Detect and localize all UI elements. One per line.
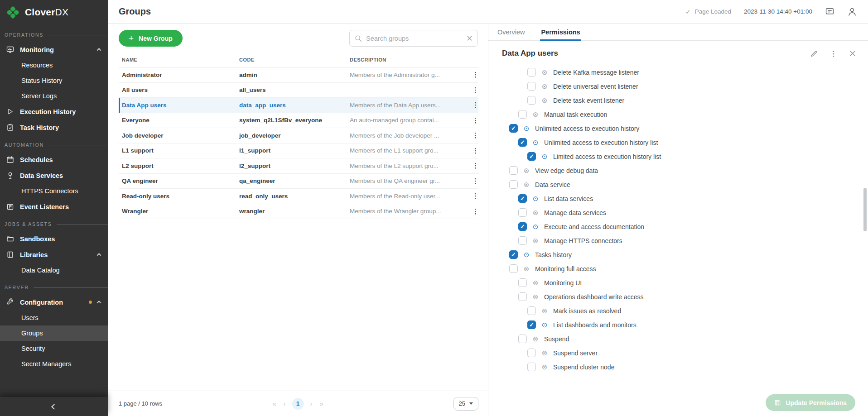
row-menu-icon[interactable] <box>463 101 478 109</box>
first-page-icon[interactable] <box>271 400 277 407</box>
search-input[interactable] <box>366 35 463 42</box>
permission-checkbox[interactable] <box>527 68 536 77</box>
permission-checkbox[interactable] <box>509 124 518 133</box>
sidebar-item[interactable]: Server Logs <box>0 88 108 104</box>
sidebar-item[interactable]: Groups <box>0 325 108 341</box>
tab[interactable]: Permissions <box>541 24 580 40</box>
permission-label: Execute and access documentation <box>544 223 644 230</box>
permission-checkbox[interactable] <box>518 236 527 245</box>
permission-checkbox[interactable] <box>518 194 527 203</box>
sidebar-collapse-button[interactable] <box>0 397 108 416</box>
permission-row: Manage data services <box>509 206 868 220</box>
permission-checkbox[interactable] <box>509 166 518 175</box>
sidebar-item[interactable]: Secret Managers <box>0 356 108 372</box>
sidebar-item[interactable]: Libraries <box>0 247 108 263</box>
sidebar-item[interactable]: Execution History <box>0 104 108 120</box>
group-description: Members of the Job developer ... <box>350 132 463 139</box>
next-page-icon[interactable] <box>309 400 313 407</box>
table-row[interactable]: Everyone system_q2L1SfBv_everyone An aut… <box>119 113 478 129</box>
permission-checkbox[interactable] <box>518 208 527 217</box>
table-row[interactable]: Read-only users read_only_users Members … <box>119 189 478 204</box>
table-row[interactable]: Administrator admin Members of the Admin… <box>119 67 478 83</box>
sidebar-item[interactable]: Security <box>0 341 108 356</box>
permission-state-icon <box>540 307 549 314</box>
page-size-select[interactable]: 25 <box>453 397 478 411</box>
table-row[interactable]: Job developer job_developer Members of t… <box>119 128 478 143</box>
permission-checkbox[interactable] <box>527 349 536 357</box>
permission-label: List data services <box>544 195 593 202</box>
permission-checkbox[interactable] <box>518 138 527 147</box>
row-menu-icon[interactable] <box>463 131 478 139</box>
table-header-row: NAME CODE DESCRIPTION <box>119 53 478 67</box>
groups-table: NAME CODE DESCRIPTION Administrator admi… <box>108 53 488 391</box>
sidebar-item[interactable]: Monitoring <box>0 42 108 57</box>
sidebar-item[interactable]: Event Listeners <box>0 199 108 215</box>
clear-search-button[interactable] <box>467 35 473 41</box>
sidebar-item[interactable]: Data Catalog <box>0 263 108 278</box>
permission-label: Manage HTTPS connectors <box>544 237 622 244</box>
table-row[interactable]: L1 support l1_support Members of the L1 … <box>119 143 478 159</box>
permission-label: Delete task event listener <box>553 97 624 104</box>
permission-checkbox[interactable] <box>527 82 536 91</box>
permission-checkbox[interactable] <box>509 264 518 273</box>
row-menu-icon[interactable] <box>463 71 478 79</box>
permission-checkbox[interactable] <box>518 335 527 343</box>
check-icon <box>685 8 691 15</box>
sidebar-item-label: Event Listeners <box>20 203 69 210</box>
sidebar-item-icon <box>6 172 14 179</box>
sidebar-item[interactable]: Schedules <box>0 152 108 167</box>
prev-page-icon[interactable] <box>283 400 287 407</box>
user-menu-button[interactable] <box>847 7 857 17</box>
new-group-button[interactable]: New Group <box>119 30 183 47</box>
detail-menu-icon[interactable] <box>830 49 837 58</box>
row-menu-icon[interactable] <box>463 162 478 170</box>
permission-checkbox[interactable] <box>509 250 518 259</box>
table-row[interactable]: QA engineer qa_engineer Members of the Q… <box>119 174 478 189</box>
permission-checkbox[interactable] <box>527 363 536 371</box>
row-menu-icon[interactable] <box>463 177 478 185</box>
permission-row: List dashboards and monitors <box>509 318 868 332</box>
close-icon[interactable] <box>849 50 856 57</box>
edit-icon[interactable] <box>810 50 818 57</box>
permission-row: Execute and access documentation <box>509 220 868 234</box>
sidebar-item[interactable]: Users <box>0 310 108 325</box>
sidebar-item[interactable]: Task History <box>0 120 108 135</box>
permission-checkbox[interactable] <box>518 278 527 287</box>
app-logo[interactable]: CloverDX <box>0 0 108 24</box>
sidebar-item[interactable]: Sandboxes <box>0 231 108 247</box>
sidebar-item[interactable]: Resources <box>0 57 108 73</box>
sidebar-item[interactable]: HTTPS Connectors <box>0 183 108 199</box>
permission-checkbox[interactable] <box>527 306 536 315</box>
permission-checkbox[interactable] <box>518 110 527 119</box>
permission-checkbox[interactable] <box>518 222 527 231</box>
scrollbar-thumb[interactable] <box>863 188 867 231</box>
row-menu-icon[interactable] <box>463 86 478 94</box>
row-menu-icon[interactable] <box>463 207 478 215</box>
permission-checkbox[interactable] <box>527 320 536 329</box>
permission-checkbox[interactable] <box>509 180 518 189</box>
comment-icon <box>825 7 834 16</box>
feedback-button[interactable] <box>825 7 834 16</box>
permission-checkbox[interactable] <box>518 292 527 301</box>
last-page-icon[interactable] <box>319 400 324 407</box>
update-permissions-button[interactable]: Update Permissions <box>766 394 855 411</box>
permission-checkbox[interactable] <box>527 152 536 161</box>
table-row[interactable]: L2 support l2_support Members of the L2 … <box>119 158 478 174</box>
table-row[interactable]: Data App users data_app_users Members of… <box>119 98 478 113</box>
sidebar-item-label: Secret Managers <box>21 360 71 368</box>
table-row[interactable]: Wrangler wrangler Members of the Wrangle… <box>119 204 478 220</box>
sidebar-item-label: Server Logs <box>21 92 57 100</box>
sidebar-item[interactable]: Data Services <box>0 167 108 183</box>
status-indicator: Page Loaded <box>685 8 731 15</box>
row-menu-icon[interactable] <box>463 116 478 124</box>
permission-state-icon <box>531 335 540 342</box>
table-row[interactable]: All users all_users <box>119 83 478 98</box>
sidebar-item[interactable]: Status History <box>0 73 108 88</box>
permission-checkbox[interactable] <box>527 96 536 105</box>
tab[interactable]: Overview <box>497 24 525 40</box>
group-code: l2_support <box>239 163 350 169</box>
row-menu-icon[interactable] <box>463 192 478 200</box>
current-page-button[interactable]: 1 <box>292 398 304 410</box>
sidebar-item[interactable]: Configuration <box>0 294 108 310</box>
row-menu-icon[interactable] <box>463 147 478 155</box>
